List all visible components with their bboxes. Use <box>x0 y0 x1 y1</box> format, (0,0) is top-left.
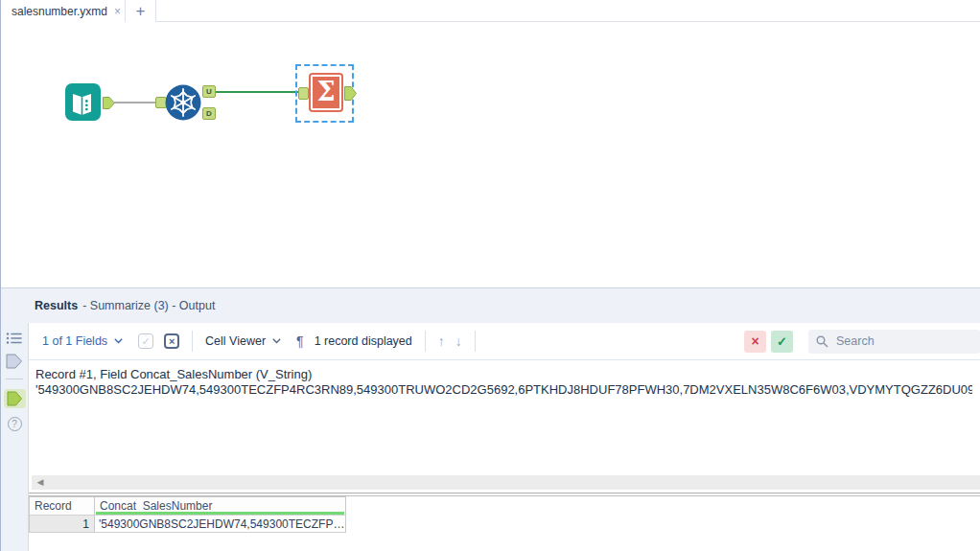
clear-filter-button[interactable]: × <box>744 331 766 353</box>
wire-input-to-unique[interactable] <box>113 102 157 103</box>
sigma-icon: Σ <box>316 79 335 104</box>
unique-output-anchor-d[interactable]: D <box>202 107 216 120</box>
summarize-tool-icon[interactable]: Σ <box>309 73 343 112</box>
tab-bar-filler <box>156 0 980 22</box>
document-tab-bar: salesnumber.yxmd × + <box>1 0 980 22</box>
wire-unique-to-summarize[interactable] <box>216 91 299 93</box>
fields-selector-label: 1 of 1 Fields <box>42 334 107 348</box>
results-data-grid: Record Concat_SalesNumber 1 '549300GNB8S… <box>29 496 347 533</box>
toolbar-separator <box>192 331 193 352</box>
help-icon[interactable]: ? <box>8 417 22 431</box>
grid-header-row: Record Concat_SalesNumber <box>29 496 347 516</box>
column-header-record[interactable]: Record <box>29 496 95 516</box>
deselect-fields-icon[interactable]: × <box>164 333 179 349</box>
record-count-label: 1 record displayed <box>315 334 412 348</box>
anchor-d-label: D <box>206 109 212 118</box>
cell-viewer-value: '549300GNB8SC2JEHDW74,549300TECZFP4RC3RN… <box>35 382 972 398</box>
results-content: 1 of 1 Fields ✓ × Cell Viewer ¶ 1 record… <box>29 323 980 551</box>
search-input[interactable] <box>834 333 963 349</box>
cell-viewer-record-label: Record #1, Field Concat_SalesNumber (V_S… <box>35 367 972 382</box>
toolbar-separator <box>475 331 476 352</box>
unique-tool-icon[interactable] <box>165 84 201 121</box>
chevron-down-icon <box>114 338 123 344</box>
summarize-input-anchor[interactable] <box>298 87 309 100</box>
results-panel-body: ? 1 of 1 Fields ✓ × Cell Viewer ¶ 1 reco… <box>1 323 980 551</box>
input-anchor-icon[interactable] <box>6 354 23 369</box>
select-all-checkbox-icon: ✓ <box>138 333 153 349</box>
results-subtitle: - Summarize (3) - Output <box>82 299 215 312</box>
sidebar-divider <box>6 379 23 379</box>
anchor-u-label: U <box>206 87 212 96</box>
scroll-left-arrow-icon[interactable]: ◀ <box>32 475 49 490</box>
chevron-down-icon <box>272 338 281 344</box>
tab-salesnumber[interactable]: salesnumber.yxmd × <box>1 0 126 22</box>
workflow-canvas[interactable]: U D Σ <box>1 22 980 287</box>
summarize-output-anchor[interactable] <box>344 86 357 101</box>
output-anchor-selected[interactable] <box>4 389 26 408</box>
cell-viewer-label: Cell Viewer <box>205 334 266 348</box>
previous-record-arrow-icon[interactable]: ↑ <box>438 333 445 349</box>
show-whitespace-icon[interactable]: ¶ <box>296 333 304 349</box>
unique-output-anchor-u[interactable]: U <box>202 85 216 98</box>
record-number-cell[interactable]: 1 <box>29 516 95 533</box>
new-tab-button[interactable]: + <box>126 0 156 22</box>
results-panel-header: Results - Summarize (3) - Output <box>1 287 980 323</box>
grid-empty-area <box>29 533 980 551</box>
tab-title: salesnumber.yxmd <box>12 5 107 18</box>
apply-filter-button[interactable]: ✓ <box>771 331 793 353</box>
cell-viewer-dropdown[interactable]: Cell Viewer <box>205 334 281 348</box>
alteryx-designer-window: salesnumber.yxmd × + <box>0 0 980 551</box>
fields-selector-dropdown[interactable]: 1 of 1 Fields <box>42 334 123 348</box>
search-icon <box>816 335 828 348</box>
results-anchor-sidebar: ? <box>1 323 29 551</box>
concat-salesnumber-cell[interactable]: '549300GNB8SC2JEHDW74,549300TECZFP4RC3RN… <box>95 516 346 533</box>
next-record-arrow-icon[interactable]: ↓ <box>455 333 462 349</box>
table-row: 1 '549300GNB8SC2JEHDW74,549300TECZFP4RC3… <box>29 516 347 533</box>
close-tab-icon[interactable]: × <box>114 6 121 17</box>
results-title: Results <box>35 299 78 312</box>
search-box[interactable] <box>808 330 980 354</box>
snowflake-icon <box>165 84 201 121</box>
book-icon <box>65 83 101 121</box>
column-header-concat-salesnumber[interactable]: Concat_SalesNumber <box>95 496 346 516</box>
results-toolbar: 1 of 1 Fields ✓ × Cell Viewer ¶ 1 record… <box>29 323 980 360</box>
horizontal-scrollbar[interactable]: ◀ <box>32 475 980 490</box>
cell-viewer-panel: Record #1, Field Concat_SalesNumber (V_S… <box>29 360 980 475</box>
output-anchor-icon <box>7 391 23 406</box>
metadata-list-icon[interactable] <box>6 332 23 345</box>
input-data-tool-icon[interactable] <box>65 83 101 121</box>
toolbar-separator <box>425 331 426 352</box>
